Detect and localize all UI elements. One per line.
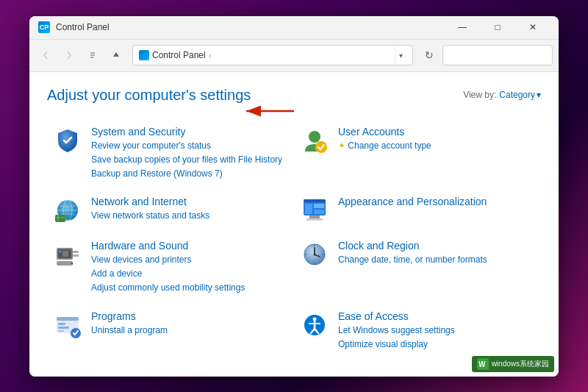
- system-security-content: System and Security Review your computer…: [91, 126, 288, 182]
- svg-rect-26: [57, 261, 73, 266]
- network-content: Network and Internet View network status…: [91, 196, 288, 223]
- svg-rect-37: [57, 317, 79, 321]
- recent-button[interactable]: [82, 45, 103, 65]
- address-dropdown[interactable]: ▾: [395, 46, 406, 65]
- category-hardware: Hardware and Sound View devices and prin…: [47, 232, 294, 303]
- ease-of-access-title[interactable]: Ease of Access: [338, 310, 535, 322]
- maximize-button[interactable]: □: [481, 16, 514, 40]
- clock-content: Clock and Region Change date, time, or n…: [338, 240, 535, 267]
- address-bar[interactable]: Control Panel › ▾: [132, 45, 413, 65]
- link-date-time[interactable]: Change date, time, or number formats: [338, 253, 535, 267]
- svg-point-4: [315, 141, 327, 153]
- svg-rect-25: [62, 251, 68, 257]
- window-controls: — □ ✕: [445, 16, 550, 40]
- programs-title[interactable]: Programs: [91, 310, 288, 322]
- system-security-icon: [53, 126, 82, 155]
- content-area: Adjust your computer's settings View by:…: [29, 72, 559, 377]
- close-button[interactable]: ✕: [516, 16, 550, 40]
- svg-point-27: [71, 263, 74, 265]
- svg-rect-19: [306, 218, 323, 221]
- main-window: CP Control Panel — □ ✕ Control Panel ›: [29, 16, 559, 377]
- view-by-chevron: ▾: [537, 90, 541, 100]
- page-header: Adjust your computer's settings View by:…: [47, 87, 541, 104]
- svg-rect-38: [58, 323, 65, 325]
- user-accounts-content: User Accounts ✦ Change account type: [338, 126, 535, 153]
- svg-point-3: [309, 131, 320, 143]
- category-user-accounts: User Accounts ✦ Change account type: [294, 118, 541, 189]
- category-clock: Clock and Region Change date, time, or n…: [294, 232, 541, 303]
- window-icon: CP: [38, 21, 50, 33]
- network-title[interactable]: Network and Internet: [91, 196, 288, 207]
- forward-button[interactable]: [59, 45, 79, 65]
- hardware-content: Hardware and Sound View devices and prin…: [91, 240, 288, 296]
- svg-rect-15: [305, 204, 312, 214]
- refresh-button[interactable]: ↻: [419, 45, 440, 65]
- link-mobility-settings[interactable]: Adjust commonly used mobility settings: [91, 281, 288, 295]
- categories-grid: System and Security Review your computer…: [47, 118, 541, 360]
- svg-rect-10: [55, 215, 65, 222]
- category-ease-of-access: Ease of Access Let Windows suggest setti…: [294, 303, 541, 359]
- svg-point-24: [60, 251, 62, 253]
- programs-icon: [53, 310, 82, 340]
- hardware-title[interactable]: Hardware and Sound: [91, 240, 288, 252]
- category-appearance: Appearance and Personalization: [294, 188, 541, 232]
- appearance-icon: [300, 196, 329, 225]
- minimize-button[interactable]: —: [445, 16, 479, 40]
- svg-rect-23: [73, 254, 79, 257]
- watermark-text: windows系统家园: [492, 359, 549, 369]
- hardware-icon: [53, 240, 82, 269]
- search-input[interactable]: [449, 50, 559, 60]
- user-accounts-icon: [300, 126, 329, 155]
- category-network: Network and Internet View network status…: [47, 188, 294, 232]
- link-change-account[interactable]: ✦ Change account type: [338, 139, 535, 153]
- link-devices-printers[interactable]: View devices and printers: [91, 253, 288, 267]
- link-backup-restore[interactable]: Backup and Restore (Windows 7): [91, 167, 288, 181]
- svg-text:W: W: [478, 360, 486, 368]
- navigation-bar: Control Panel › ▾ ↻: [29, 40, 559, 72]
- title-bar: CP Control Panel — □ ✕: [29, 16, 559, 40]
- category-system-security: System and Security Review your computer…: [47, 118, 294, 189]
- view-by-label: View by:: [463, 90, 496, 100]
- svg-rect-16: [314, 204, 324, 208]
- watermark-icon: W: [477, 358, 489, 370]
- svg-rect-18: [309, 215, 320, 218]
- clock-title[interactable]: Clock and Region: [338, 240, 535, 252]
- link-add-device[interactable]: Add a device: [91, 267, 288, 281]
- user-accounts-title[interactable]: User Accounts: [338, 126, 535, 138]
- ease-of-access-content: Ease of Access Let Windows suggest setti…: [338, 310, 535, 352]
- svg-rect-14: [304, 199, 326, 202]
- system-security-title[interactable]: System and Security: [91, 126, 288, 138]
- address-breadcrumb: Control Panel ›: [152, 50, 395, 60]
- appearance-content: Appearance and Personalization: [338, 196, 535, 209]
- svg-rect-40: [58, 330, 64, 332]
- clock-icon: [300, 240, 329, 269]
- svg-rect-17: [314, 210, 324, 214]
- appearance-title[interactable]: Appearance and Personalization: [338, 196, 535, 207]
- network-icon: [53, 196, 82, 225]
- svg-rect-22: [73, 251, 79, 253]
- link-uninstall[interactable]: Uninstall a program: [91, 324, 288, 338]
- ease-of-access-icon: [300, 310, 329, 340]
- view-by-control: View by: Category ▾: [463, 90, 541, 100]
- view-by-value-text: Category: [499, 90, 535, 100]
- link-optimize-display[interactable]: Optimize visual display: [338, 338, 535, 352]
- address-chevron: ›: [209, 51, 211, 60]
- page-title: Adjust your computer's settings: [47, 87, 251, 104]
- address-path: Control Panel: [152, 50, 206, 60]
- programs-content: Programs Uninstall a program: [91, 310, 288, 338]
- svg-rect-39: [58, 327, 69, 329]
- up-button[interactable]: [106, 45, 126, 65]
- search-bar[interactable]: [442, 45, 553, 65]
- window-title: Control Panel: [56, 22, 445, 32]
- link-review-status[interactable]: Review your computer's status: [91, 139, 288, 153]
- link-file-history[interactable]: Save backup copies of your files with Fi…: [91, 153, 288, 167]
- address-bar-icon: [139, 50, 149, 60]
- category-programs: Programs Uninstall a program: [47, 303, 294, 359]
- link-windows-suggest[interactable]: Let Windows suggest settings: [338, 324, 535, 338]
- watermark: W windows系统家园: [472, 356, 554, 372]
- link-network-status[interactable]: View network status and tasks: [91, 209, 288, 223]
- view-by-selector[interactable]: Category ▾: [499, 90, 541, 100]
- back-button[interactable]: [35, 45, 56, 65]
